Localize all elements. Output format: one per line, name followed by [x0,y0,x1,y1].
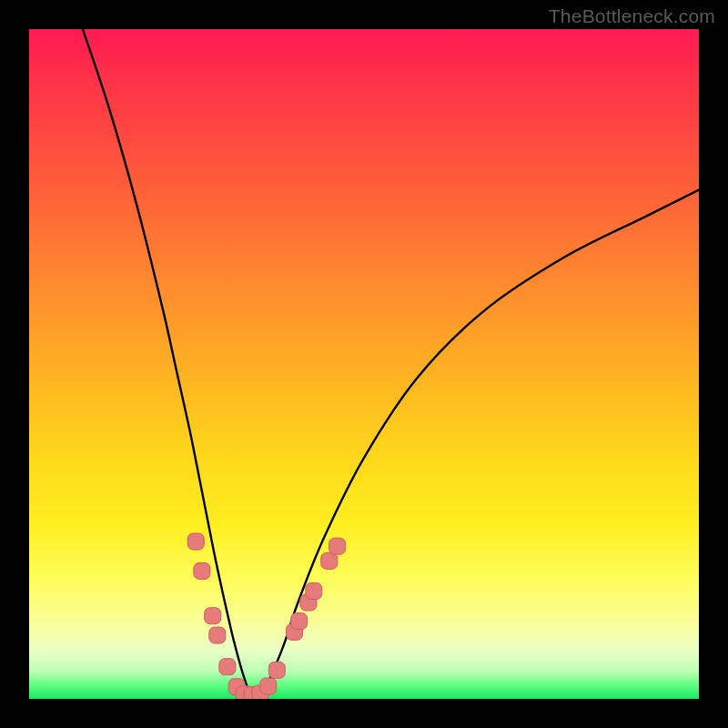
curve-marker [219,659,236,675]
curve-marker [260,678,277,694]
curve-marker [205,608,221,624]
outer-frame: TheBottleneck.com [0,0,728,728]
curve-marker [321,552,338,569]
curve-marker [187,533,204,550]
curve-marker [268,662,285,678]
curve-marker [329,538,346,554]
curve-marker [306,583,322,600]
curve-markers [29,29,699,699]
curve-marker [209,627,226,643]
plot-area [29,29,699,699]
curve-marker [291,613,308,630]
curve-marker [194,562,210,579]
watermark-text: TheBottleneck.com [549,5,715,27]
